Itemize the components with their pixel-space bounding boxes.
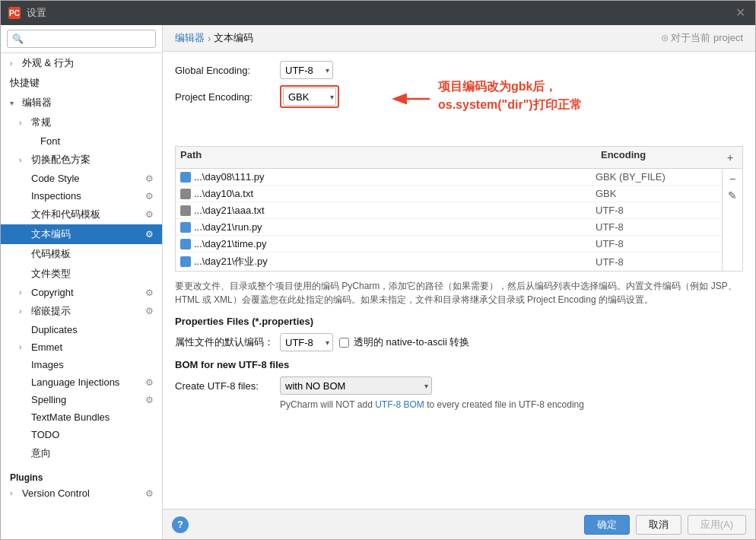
table-row[interactable]: ...\day21\作业.pyUTF-8	[176, 253, 722, 271]
sidebar-item-general[interactable]: ›常规	[1, 113, 162, 132]
properties-encoding-select[interactable]: UTF-8	[280, 333, 333, 351]
sidebar-item-copyright[interactable]: ›Copyright⚙	[1, 284, 162, 301]
project-note: ⊙ 对于当前 project	[661, 31, 743, 45]
sidebar-label-font: Font	[40, 135, 60, 147]
project-encoding-row: Project Encoding: GBK UTF-8 ▾	[175, 85, 743, 108]
remove-row-button[interactable]: −	[724, 170, 741, 187]
bom-row: Create UTF-8 files: with NO BOM with BOM…	[175, 376, 743, 395]
sidebar-item-duplicates[interactable]: Duplicates	[1, 321, 162, 338]
sidebar-label-file-encodings: 文本编码	[31, 227, 71, 241]
bom-select-wrapper: with NO BOM with BOM ▾	[280, 376, 432, 395]
utf8-bom-link[interactable]: UTF-8 BOM	[375, 399, 424, 410]
sidebar-label-code-style: Code Style	[31, 173, 80, 184]
apply-button[interactable]: 应用(A)	[688, 515, 746, 535]
sidebar-item-file-encodings[interactable]: 文本编码⚙	[1, 224, 162, 244]
sidebar-label-appearance: 外观 & 行为	[22, 56, 74, 70]
project-encoding-select[interactable]: GBK UTF-8	[283, 87, 336, 106]
breadcrumb-parent[interactable]: 编辑器	[175, 31, 205, 45]
sidebar-item-code-style[interactable]: Code Style⚙	[1, 170, 162, 187]
sidebar-item-color-scheme[interactable]: ›切换配色方案	[1, 150, 162, 170]
cog-icon-code-style[interactable]: ⚙	[145, 173, 156, 184]
panel-body: Global Encoding: UTF-8 ▾ Project Encodin…	[163, 52, 755, 509]
sidebar-item-file-types[interactable]: 文件类型	[1, 264, 162, 284]
global-encoding-dropdown-wrapper: UTF-8 ▾	[280, 61, 333, 79]
sidebar-item-version-control[interactable]: ›Version Control⚙	[1, 484, 162, 502]
expand-arrow-version-control: ›	[10, 489, 19, 497]
file-path-text: ...\day21\作业.py	[194, 255, 268, 268]
table-row[interactable]: ...\day21\run.pyUTF-8	[176, 219, 722, 236]
file-encoding-cell: GBK (BY_FILE)	[596, 171, 717, 183]
file-path-text: ...\day21\time.py	[194, 238, 266, 249]
file-icon	[180, 222, 191, 233]
global-encoding-select[interactable]: UTF-8	[280, 61, 333, 79]
sidebar-item-inlay-hints[interactable]: ›缩嵌提示⚙	[1, 301, 162, 321]
expand-arrow-appearance: ›	[10, 59, 19, 68]
project-encoding-dropdown-wrapper: GBK UTF-8 ▾	[280, 85, 339, 108]
file-path-cell: ...\day21\作业.py	[180, 255, 596, 268]
cog-icon-version-control[interactable]: ⚙	[145, 488, 156, 499]
sidebar-item-live-templates[interactable]: 代码模板	[1, 244, 162, 264]
file-path-cell: ...\day21\run.py	[180, 221, 596, 233]
close-button[interactable]: ✕	[735, 7, 748, 19]
cancel-button[interactable]: 取消	[636, 515, 681, 535]
bom-select[interactable]: with NO BOM with BOM	[280, 376, 432, 395]
add-row-button[interactable]: +	[723, 149, 738, 166]
sidebar-item-keymap[interactable]: 快捷键	[1, 73, 162, 93]
sidebar-item-editor[interactable]: ▾编辑器	[1, 93, 162, 113]
properties-encoding-label: 属性文件的默认编码：	[175, 335, 274, 349]
sidebar-label-inlay-hints: 缩嵌提示	[31, 304, 71, 318]
sidebar-item-spelling[interactable]: Spelling⚙	[1, 391, 162, 408]
cog-icon-file-code-templates[interactable]: ⚙	[145, 209, 156, 220]
table-row[interactable]: ...\day08\111.pyGBK (BY_FILE)	[176, 169, 722, 186]
sidebar-label-general: 常规	[31, 116, 51, 129]
sidebar-item-file-code-templates[interactable]: 文件和代码模板⚙	[1, 205, 162, 224]
search-input[interactable]	[7, 30, 156, 48]
properties-encoding-wrapper: UTF-8 ▾	[280, 333, 333, 351]
main-content: ›外观 & 行为快捷键▾编辑器›常规Font›切换配色方案Code Style⚙…	[1, 25, 755, 539]
file-encoding-cell: UTF-8	[596, 256, 717, 268]
file-icon	[180, 239, 191, 249]
sidebar-item-appearance[interactable]: ›外观 & 行为	[1, 53, 162, 73]
cog-icon-inspections[interactable]: ⚙	[145, 191, 156, 202]
col-path-header: Path	[180, 149, 601, 166]
project-encoding-section: Project Encoding: GBK UTF-8 ▾	[175, 85, 743, 108]
table-row[interactable]: ...\day21\aaa.txtUTF-8	[176, 202, 722, 219]
table-row[interactable]: ...\day21\time.pyUTF-8	[176, 236, 722, 253]
file-path-text: ...\day21\run.py	[194, 221, 262, 233]
sidebar-item-language-injections[interactable]: Language Injections⚙	[1, 373, 162, 391]
table-row[interactable]: ...\day10\a.txtGBK	[176, 186, 722, 202]
sidebar-item-textmate-bundles[interactable]: TextMate Bundles	[1, 408, 162, 426]
sidebar-label-emmet: Emmet	[31, 341, 62, 353]
sidebar-item-font[interactable]: Font	[1, 132, 162, 150]
sidebar-item-inspections[interactable]: Inspections⚙	[1, 187, 162, 205]
cog-icon-file-encodings[interactable]: ⚙	[145, 229, 156, 240]
sidebar-label-copyright: Copyright	[31, 287, 74, 298]
bom-section-title: BOM for new UTF-8 files	[175, 359, 743, 370]
file-encoding-cell: UTF-8	[596, 205, 717, 216]
sidebar-item-todo[interactable]: TODO	[1, 426, 162, 443]
cog-icon-spelling[interactable]: ⚙	[145, 395, 156, 405]
cog-icon-inlay-hints[interactable]: ⚙	[145, 306, 156, 316]
table-side-actions: − ✎	[722, 169, 742, 271]
bom-section: BOM for new UTF-8 files Create UTF-8 fil…	[175, 359, 743, 410]
sidebar-item-images[interactable]: Images	[1, 356, 162, 373]
bom-note: PyCharm will NOT add UTF-8 BOM to every …	[280, 399, 743, 410]
bom-note-after: to every created file in UTF-8 encoding	[424, 399, 584, 410]
sidebar-label-color-scheme: 切换配色方案	[31, 153, 91, 167]
sidebar-item-plugins: Plugins	[1, 468, 162, 484]
sidebar-item-emmet[interactable]: ›Emmet	[1, 338, 162, 356]
sidebar-item-intentions[interactable]: 意向	[1, 443, 162, 463]
file-path-cell: ...\day10\a.txt	[180, 188, 596, 199]
file-icon	[180, 256, 191, 267]
sidebar-nav: ›外观 & 行为快捷键▾编辑器›常规Font›切换配色方案Code Style⚙…	[1, 53, 162, 502]
native-to-ascii-checkbox[interactable]	[339, 338, 349, 348]
help-button[interactable]: ?	[172, 516, 189, 533]
sidebar-label-images: Images	[31, 359, 64, 370]
cog-icon-language-injections[interactable]: ⚙	[145, 377, 156, 388]
ok-button[interactable]: 确定	[584, 515, 630, 535]
file-path-cell: ...\day21\aaa.txt	[180, 205, 596, 216]
cog-icon-copyright[interactable]: ⚙	[145, 287, 156, 298]
edit-row-button[interactable]: ✎	[724, 187, 741, 204]
sidebar-label-language-injections: Language Injections	[31, 376, 119, 388]
footer: ? 确定 取消 应用(A)	[163, 509, 755, 539]
